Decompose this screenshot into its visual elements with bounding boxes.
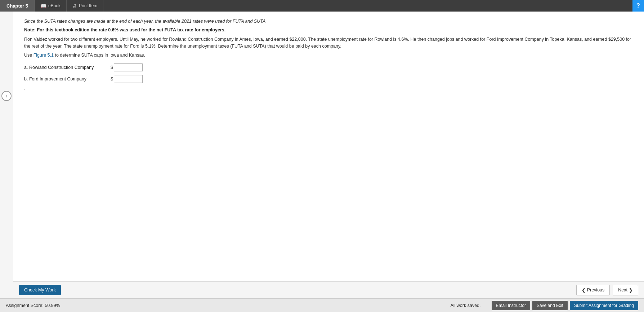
status-bar: Assignment Score: 50.99% All work saved.… (0, 298, 644, 312)
figure-note: Use Figure 5.1 to determine SUTA caps in… (24, 53, 633, 58)
previous-button[interactable]: ❮ Previous (576, 285, 610, 295)
expand-arrow-button[interactable]: › (1, 91, 12, 101)
check-my-work-button[interactable]: Check My Work (19, 285, 61, 295)
figure-note-suffix: to determine SUTA caps in Iowa and Kansa… (54, 53, 145, 58)
chevron-right-icon: ❯ (629, 287, 633, 293)
chevron-left-icon: ❮ (582, 287, 586, 293)
print-icon: 🖨 (72, 3, 77, 9)
tab-print-item[interactable]: 🖨 Print Item (67, 0, 103, 12)
next-label: Next (618, 287, 627, 293)
question-b-label: b. Ford Improvement Company (24, 76, 111, 82)
top-nav: Chapter 5 📖 eBook 🖨 Print Item ? (0, 0, 644, 12)
help-button[interactable]: ? (632, 0, 644, 12)
figure-note-prefix: Use (24, 53, 33, 58)
bottom-nav-right: ❮ Previous Next ❯ (576, 285, 638, 295)
tab-ebook[interactable]: 📖 eBook (35, 0, 67, 12)
problem-description: Ron Valdez worked for two different empl… (24, 36, 633, 50)
submit-assignment-button[interactable]: Submit Assignment for Grading (570, 301, 638, 310)
action-buttons: Email Instructor Save and Exit Submit As… (492, 301, 638, 310)
question-a-label: a. Rowland Construction Company (24, 65, 111, 70)
bottom-bar: Check My Work ❮ Previous Next ❯ (13, 281, 644, 298)
chapter-title: Chapter 5 (0, 0, 35, 12)
tab-ebook-label: eBook (48, 3, 61, 8)
question-b-row: b. Ford Improvement Company $ (24, 75, 633, 83)
ebook-icon: 📖 (41, 3, 46, 9)
assignment-score-label: Assignment Score: (6, 303, 44, 308)
futa-rate-note: Note: For this textbook edition the rate… (24, 27, 633, 32)
content-panel: Since the SUTA rates changes are made at… (13, 12, 644, 298)
question-a-row: a. Rowland Construction Company $ (24, 63, 633, 71)
side-panel: › (0, 12, 13, 298)
help-icon: ? (636, 3, 640, 9)
question-a-input-group: $ (111, 63, 143, 71)
chapter-title-text: Chapter 5 (6, 3, 28, 9)
save-and-exit-button[interactable]: Save and Exit (532, 301, 568, 310)
suta-note: Since the SUTA rates changes are made at… (24, 19, 633, 24)
next-button[interactable]: Next ❯ (613, 285, 638, 295)
nav-spacer (103, 0, 632, 12)
dollar-sign-b: $ (111, 76, 113, 82)
chevron-right-icon: › (6, 93, 8, 99)
answer-input-a[interactable] (114, 63, 143, 71)
figure-5-1-link[interactable]: Figure 5.1 (33, 53, 54, 58)
email-instructor-button[interactable]: Email Instructor (492, 301, 530, 310)
assignment-score-value: 50.99% (45, 303, 60, 308)
tab-print-label: Print Item (79, 3, 97, 8)
dollar-sign-a: $ (111, 65, 113, 70)
dot-indicator: . (24, 87, 633, 91)
content-scroll: Since the SUTA rates changes are made at… (13, 12, 644, 281)
all-saved-text: All work saved. (450, 303, 480, 308)
previous-label: Previous (587, 287, 605, 293)
question-b-input-group: $ (111, 75, 143, 83)
main-wrapper: › Since the SUTA rates changes are made … (0, 12, 644, 298)
assignment-score: Assignment Score: 50.99% (6, 303, 60, 308)
answer-input-b[interactable] (114, 75, 143, 83)
